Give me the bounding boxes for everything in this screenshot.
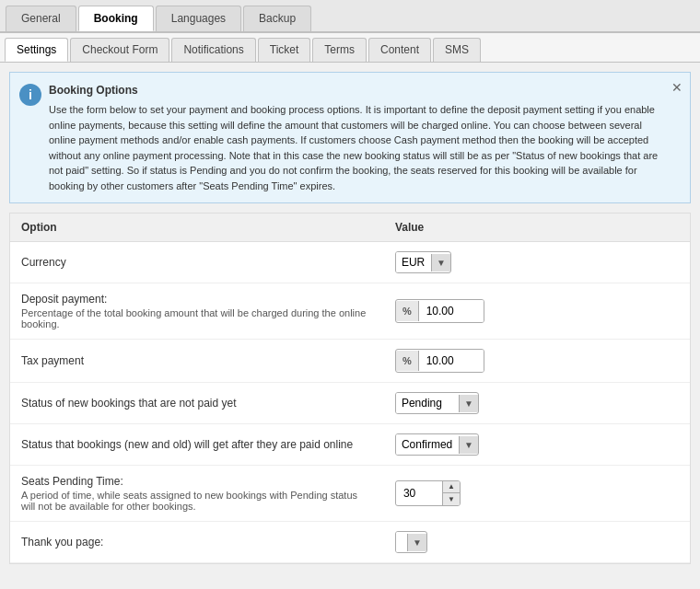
table-row: Seats Pending Time: A period of time, wh… [10, 466, 690, 522]
options-table: Option Value Currency EUR USD GBP ▼ [10, 214, 690, 563]
seats-label: Seats Pending Time: [21, 475, 373, 488]
options-panel: Option Value Currency EUR USD GBP ▼ [9, 213, 691, 564]
select-arrow-icon: ▼ [459, 436, 478, 454]
subtab-ticket[interactable]: Ticket [258, 38, 311, 62]
subtab-sms[interactable]: SMS [433, 38, 481, 62]
select-arrow-icon: ▼ [459, 395, 478, 412]
option-value: ▼ [384, 522, 690, 563]
col-option: Option [10, 214, 384, 242]
currency-select-wrap: EUR USD GBP ▼ [395, 251, 451, 273]
tax-input[interactable] [419, 350, 484, 372]
tab-booking[interactable]: Booking [78, 6, 154, 31]
option-value: Pending Confirmed Cancelled ▼ [384, 383, 690, 424]
info-content: Booking Options Use the form below to se… [49, 82, 662, 193]
subtab-notifications[interactable]: Notifications [171, 38, 255, 62]
option-label: Thank you page: [10, 522, 384, 563]
currency-select[interactable]: EUR USD GBP [396, 252, 431, 272]
option-label: Status that bookings (new and old) will … [10, 424, 384, 466]
select-arrow-icon: ▼ [407, 534, 426, 551]
status-unpaid-select[interactable]: Pending Confirmed Cancelled [396, 393, 459, 413]
select-arrow-icon: ▼ [431, 254, 450, 271]
subtab-content[interactable]: Content [368, 38, 431, 62]
tab-languages[interactable]: Languages [156, 6, 241, 31]
subtab-terms[interactable]: Terms [312, 38, 367, 62]
status-paid-select[interactable]: Confirmed Pending Cancelled [396, 434, 459, 455]
option-label: Status of new bookings that are not paid… [10, 383, 384, 424]
option-label: Deposit payment: Percentage of the total… [10, 283, 384, 340]
option-value: ▲ ▼ [384, 466, 690, 522]
thankyou-select-wrap: ▼ [395, 531, 427, 553]
subtab-settings[interactable]: Settings [5, 38, 68, 62]
option-value: Confirmed Pending Cancelled ▼ [384, 424, 690, 466]
tab-backup[interactable]: Backup [243, 6, 311, 31]
option-label: Tax payment [10, 340, 384, 383]
table-row: Deposit payment: Percentage of the total… [10, 283, 690, 340]
table-row: Status of new bookings that are not paid… [10, 383, 690, 424]
col-value: Value [384, 214, 690, 242]
info-box: i Booking Options Use the form below to … [9, 72, 691, 203]
status-paid-select-wrap: Confirmed Pending Cancelled ▼ [395, 433, 479, 456]
deposit-input-group: % [395, 299, 484, 323]
info-title: Booking Options [49, 82, 662, 98]
option-value: EUR USD GBP ▼ [384, 242, 690, 283]
status-unpaid-select-wrap: Pending Confirmed Cancelled ▼ [395, 392, 479, 414]
deposit-input[interactable] [419, 300, 484, 322]
option-label: Currency [10, 242, 384, 283]
info-text: Use the form below to set your payment a… [49, 102, 662, 193]
spinner-up-button[interactable]: ▲ [443, 481, 460, 493]
table-row: Status that bookings (new and old) will … [10, 424, 690, 466]
close-icon[interactable]: ✕ [671, 78, 682, 98]
tax-input-group: % [395, 349, 484, 373]
spinner-buttons: ▲ ▼ [442, 481, 460, 505]
seats-sublabel: A period of time, while seats assigned t… [21, 490, 373, 512]
subtab-checkout-form[interactable]: Checkout Form [70, 38, 169, 62]
table-row: Currency EUR USD GBP ▼ [10, 242, 690, 283]
sub-tab-bar: Settings Checkout Form Notifications Tic… [0, 33, 700, 63]
top-tab-bar: General Booking Languages Backup [0, 0, 700, 33]
table-header-row: Option Value [10, 214, 690, 242]
table-row: Thank you page: ▼ [10, 522, 690, 563]
deposit-label: Deposit payment: [21, 293, 373, 306]
info-icon: i [19, 84, 41, 106]
spinner-wrap: ▲ ▼ [395, 480, 461, 506]
option-value: % [384, 283, 690, 340]
thankyou-select[interactable] [396, 532, 407, 552]
spinner-down-button[interactable]: ▼ [443, 493, 460, 505]
option-value: % [384, 340, 690, 383]
option-label: Seats Pending Time: A period of time, wh… [10, 466, 384, 522]
percent-prefix: % [396, 351, 419, 371]
percent-prefix: % [396, 301, 419, 321]
deposit-sublabel: Percentage of the total booking amount t… [21, 307, 373, 329]
tab-general[interactable]: General [6, 6, 76, 31]
table-row: Tax payment % [10, 340, 690, 383]
seats-spinner-input[interactable] [396, 482, 442, 504]
